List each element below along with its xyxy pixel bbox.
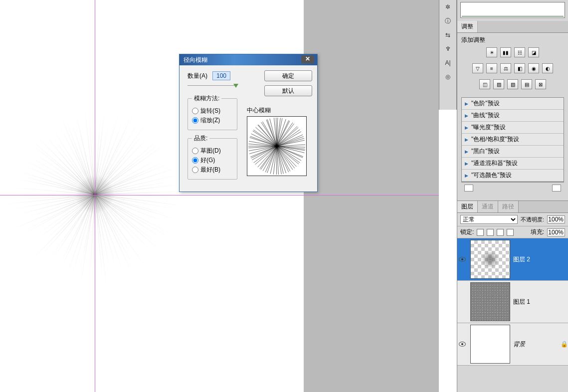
preset-item[interactable]: ▶"通道混和器"预设 [462, 158, 564, 170]
adjustment-icon[interactable]: ▽ [472, 63, 483, 73]
toolstrip-item-2[interactable]: ⇆ [441, 29, 454, 40]
close-icon[interactable]: ✕ [301, 55, 314, 63]
preset-label: "通道混和器"预设 [471, 159, 518, 168]
layer-row[interactable]: 图层 1 [457, 281, 568, 323]
expand-icon: ▶ [465, 161, 468, 166]
tab-路径[interactable]: 路径 [498, 201, 519, 212]
adjustment-icon[interactable]: ◧ [514, 63, 525, 73]
preset-label: "黑白"预设 [471, 147, 500, 156]
radio-best[interactable]: 最好(B) [192, 166, 233, 174]
guide-horizontal[interactable] [0, 195, 439, 196]
adjustment-icon[interactable]: ≡ [486, 63, 497, 73]
layer-name[interactable]: 图层 1 [513, 298, 560, 306]
lock-position-icon[interactable] [497, 229, 504, 236]
slider-thumb[interactable] [233, 84, 238, 88]
layer-thumbnail[interactable] [470, 282, 510, 321]
preset-item[interactable]: ▶"色阶"预设 [462, 98, 564, 110]
amount-label: 数量(A) [188, 72, 207, 80]
blur-center-preview[interactable] [247, 116, 307, 176]
tab-通道[interactable]: 通道 [478, 201, 498, 212]
fill-label: 填充: [531, 228, 544, 236]
preset-label: "色相/饱和度"预设 [471, 135, 519, 144]
canvas-gray-region [304, 0, 439, 392]
svg-line-26 [258, 146, 277, 167]
opacity-input[interactable] [547, 215, 565, 223]
lock-all-icon[interactable] [507, 229, 514, 236]
adjustment-icon[interactable]: ⚖ [500, 63, 511, 73]
expand-icon: ▶ [465, 149, 468, 154]
layer-thumbnail[interactable] [470, 240, 510, 279]
default-button[interactable]: 默认 [264, 85, 312, 96]
preset-item[interactable]: ▶"色相/饱和度"预设 [462, 134, 564, 146]
adjustment-icon[interactable]: ◉ [528, 63, 539, 73]
guide-vertical[interactable] [95, 0, 95, 392]
adjustment-icon[interactable]: ◐ [542, 63, 553, 73]
tab-adjustments[interactable]: 调整 [457, 21, 478, 32]
toolstrip-item-1[interactable]: ⓘ [441, 15, 454, 26]
adjustment-icon[interactable]: ☷ [514, 47, 525, 57]
radio-good[interactable]: 好(G) [192, 156, 233, 165]
svg-line-34 [248, 146, 277, 148]
layer-list: 图层 2图层 1背景🔒 [457, 238, 568, 366]
toolstrip-item-4[interactable]: A| [441, 57, 454, 68]
layer-row[interactable]: 背景🔒 [457, 323, 568, 366]
adjustment-icon[interactable]: ◫ [479, 79, 490, 89]
toolstrip-item-0[interactable]: ✲ [441, 1, 454, 12]
svg-line-36 [248, 144, 277, 146]
adjustment-icon[interactable]: ▤ [521, 79, 532, 89]
quality-legend: 品质: [192, 134, 209, 143]
vertical-toolstrip: ✲ⓘ⇆♆A|◎ [439, 0, 457, 110]
adjustment-icon[interactable]: ⊠ [535, 79, 546, 89]
amount-input[interactable] [212, 71, 230, 80]
lock-icon: 🔒 [560, 341, 568, 348]
preset-label: "曝光度"预设 [471, 123, 506, 132]
dialog-titlebar[interactable]: 径向模糊 ✕ [180, 54, 317, 65]
adjustment-icon[interactable]: ☀ [486, 47, 497, 57]
layer-name[interactable]: 图层 2 [513, 255, 560, 264]
toolstrip-item-3[interactable]: ♆ [441, 43, 454, 54]
expand-icon: ▶ [465, 125, 468, 130]
radio-spin[interactable]: 旋转(S) [192, 107, 233, 115]
tab-图层[interactable]: 图层 [457, 201, 478, 212]
preset-item[interactable]: ▶"可选颜色"预设 [462, 170, 564, 182]
fill-input[interactable] [547, 228, 565, 236]
layer-name[interactable]: 背景 [513, 340, 560, 349]
preset-item[interactable]: ▶"曝光度"预设 [462, 122, 564, 134]
lock-transparency-icon[interactable] [477, 229, 484, 236]
adjustment-icon[interactable]: ▨ [493, 79, 504, 89]
preset-footer-icon-right[interactable] [552, 185, 561, 192]
lock-label: 锁定: [460, 228, 474, 236]
expand-icon: ▶ [465, 173, 468, 178]
svg-line-37 [249, 141, 277, 146]
layer-visibility[interactable] [457, 342, 467, 347]
preset-item[interactable]: ▶"黑白"预设 [462, 146, 564, 158]
svg-line-48 [266, 120, 277, 146]
adjustment-icon[interactable]: ▮▮ [500, 47, 511, 57]
ok-button[interactable]: 确定 [264, 70, 312, 81]
radio-zoom[interactable]: 缩放(Z) [192, 116, 233, 125]
layer-visibility[interactable] [457, 257, 467, 262]
layer-thumbnail[interactable] [470, 325, 510, 364]
layer-row[interactable]: 图层 2 [457, 238, 568, 281]
blend-mode-select[interactable]: 正常 [460, 215, 518, 224]
blur-method-group: 模糊方法: 旋转(S) 缩放(Z) [188, 94, 237, 130]
lock-pixels-icon[interactable] [487, 229, 494, 236]
expand-icon: ▶ [465, 137, 468, 142]
add-adjustment-label: 添加调整 [461, 36, 564, 44]
preset-label: "色阶"预设 [471, 99, 500, 108]
opacity-label: 不透明度: [521, 216, 544, 223]
expand-icon: ▶ [465, 113, 468, 118]
eye-icon [459, 342, 466, 347]
amount-slider[interactable] [188, 83, 237, 90]
adjustment-icon-grid: ☀▮▮☷◪▽≡⚖◧◉◐◫▨▧▤⊠ [461, 47, 564, 92]
preset-label: "可选颜色"预设 [471, 171, 512, 180]
preset-footer-icon-left[interactable] [464, 185, 473, 192]
radial-blur-dialog: 径向模糊 ✕ 确定 默认 数量(A) 模糊方法: 旋转(S) 缩放(Z) [179, 54, 318, 192]
preset-item[interactable]: ▶"曲线"预设 [462, 110, 564, 122]
adjustment-icon[interactable]: ◪ [528, 47, 539, 57]
adjustment-icon[interactable]: ▧ [507, 79, 518, 89]
svg-line-18 [276, 146, 277, 175]
toolstrip-item-5[interactable]: ◎ [441, 71, 454, 82]
radio-draft[interactable]: 草图(D) [192, 147, 233, 155]
preset-label: "曲线"预设 [471, 111, 500, 120]
